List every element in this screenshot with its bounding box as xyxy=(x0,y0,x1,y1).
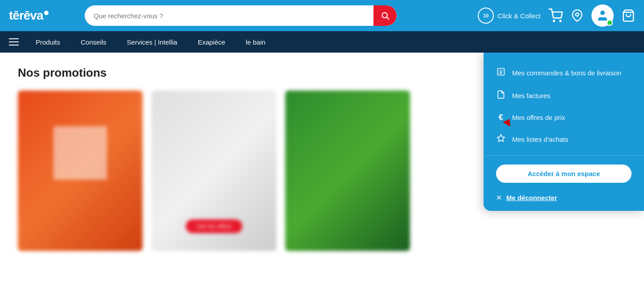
location-icon[interactable] xyxy=(571,9,583,22)
dropdown-divider xyxy=(484,155,644,156)
dropdown-item-lists[interactable]: Mes listes d'achats xyxy=(484,128,644,151)
lists-label: Mes listes d'achats xyxy=(512,136,568,143)
lists-icon xyxy=(496,134,506,145)
cart-icon[interactable] xyxy=(549,8,563,23)
header-actions: 10 Click & Collect xyxy=(478,4,635,27)
svg-point-4 xyxy=(576,13,579,16)
hamburger-menu[interactable] xyxy=(9,38,19,45)
click-collect-label: Click & Collect xyxy=(497,12,541,20)
search-icon xyxy=(381,11,390,20)
search-bar xyxy=(85,5,397,26)
dropdown-item-invoices[interactable]: Mes factures xyxy=(484,84,644,107)
nav-item-exapiece[interactable]: Exapièce xyxy=(190,31,234,53)
promo-card-3[interactable] xyxy=(285,91,410,251)
nav-item-bain[interactable]: le bain xyxy=(238,31,273,53)
user-account-button[interactable] xyxy=(591,4,614,27)
nav-bar: Produits Conseils Services | Intellia Ex… xyxy=(0,31,644,53)
search-button[interactable] xyxy=(373,5,397,26)
cta-area: Accéder à mon espace xyxy=(484,160,644,189)
logo[interactable]: tērēva xyxy=(9,8,76,23)
top-header: tērēva 10 Click & Collect xyxy=(0,0,644,31)
svg-marker-8 xyxy=(497,135,505,142)
svg-point-5 xyxy=(600,11,605,15)
click-collect[interactable]: 10 Click & Collect xyxy=(478,8,541,24)
dropdown-item-orders[interactable]: Mes commandes & bons de livraison xyxy=(484,62,644,84)
nav-item-conseils[interactable]: Conseils xyxy=(73,31,115,53)
click-collect-icon: 10 xyxy=(478,8,494,24)
promo-card-1[interactable] xyxy=(18,91,143,251)
logout-area[interactable]: ✕ Me déconnecter xyxy=(484,189,644,202)
logout-label: Me déconnecter xyxy=(506,194,557,202)
access-account-button[interactable]: Accéder à mon espace xyxy=(496,165,632,183)
user-dropdown-menu: Mes commandes & bons de livraison Mes fa… xyxy=(484,53,644,211)
invoices-label: Mes factures xyxy=(512,92,550,99)
offers-label: Mes offres de prix xyxy=(512,114,565,121)
invoices-icon xyxy=(496,90,506,101)
promo-card-2[interactable]: Voir les offres xyxy=(152,91,276,251)
svg-point-3 xyxy=(560,21,561,22)
search-input[interactable] xyxy=(85,12,373,20)
user-online-badge xyxy=(607,20,613,26)
nav-item-services[interactable]: Services | Intellia xyxy=(119,31,185,53)
logout-x-icon: ✕ xyxy=(496,193,502,202)
orders-label: Mes commandes & bons de livraison xyxy=(512,69,621,77)
logo-text: tērēva xyxy=(9,8,49,23)
basket-icon[interactable] xyxy=(622,9,635,22)
svg-point-2 xyxy=(554,21,555,22)
orders-icon xyxy=(496,67,506,78)
nav-item-produits[interactable]: Produits xyxy=(28,31,68,53)
svg-line-1 xyxy=(387,17,389,20)
main-content: Nos promotions Voir les offres Mes comma… xyxy=(0,53,644,288)
